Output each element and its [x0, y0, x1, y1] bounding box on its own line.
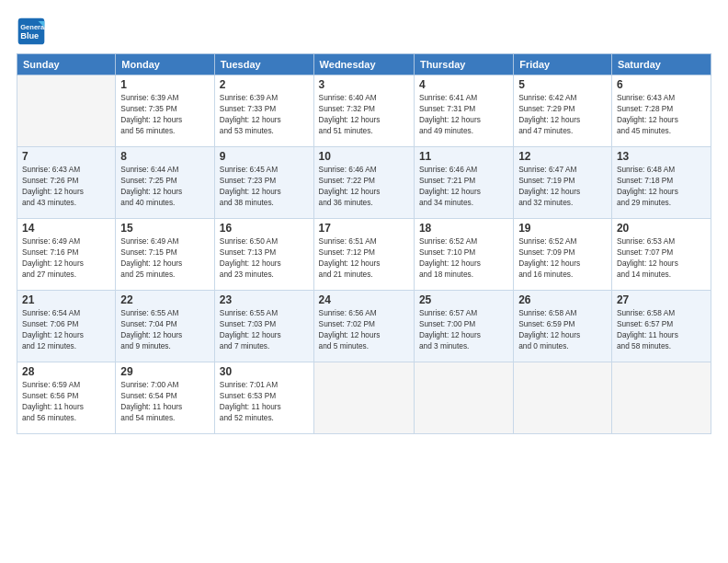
day-number: 21 [22, 293, 110, 306]
calendar-day-cell: 20Sunrise: 6:53 AM Sunset: 7:07 PM Dayli… [611, 219, 711, 291]
day-number: 8 [120, 150, 210, 163]
calendar-day-cell: 25Sunrise: 6:57 AM Sunset: 7:00 PM Dayli… [414, 291, 513, 362]
day-info: Sunrise: 6:46 AM Sunset: 7:22 PM Dayligh… [319, 164, 409, 208]
day-number: 15 [120, 222, 210, 235]
day-info: Sunrise: 6:56 AM Sunset: 7:02 PM Dayligh… [319, 307, 409, 351]
calendar-day-cell: 23Sunrise: 6:55 AM Sunset: 7:03 PM Dayli… [214, 291, 313, 362]
calendar-day-cell: 7Sunrise: 6:43 AM Sunset: 7:26 PM Daylig… [17, 147, 116, 219]
day-number: 9 [220, 150, 309, 163]
day-number: 19 [518, 222, 607, 235]
calendar-day-cell: 5Sunrise: 6:42 AM Sunset: 7:29 PM Daylig… [514, 75, 612, 147]
day-info: Sunrise: 6:39 AM Sunset: 7:35 PM Dayligh… [120, 92, 210, 136]
day-info: Sunrise: 6:46 AM Sunset: 7:21 PM Dayligh… [419, 164, 508, 208]
calendar-day-cell [313, 362, 414, 434]
svg-text:Blue: Blue [20, 31, 39, 40]
calendar-day-cell: 16Sunrise: 6:50 AM Sunset: 7:13 PM Dayli… [214, 219, 313, 291]
day-info: Sunrise: 6:58 AM Sunset: 6:57 PM Dayligh… [617, 307, 706, 351]
calendar-day-cell [17, 75, 116, 147]
day-number: 24 [319, 293, 409, 306]
day-info: Sunrise: 6:51 AM Sunset: 7:12 PM Dayligh… [319, 236, 409, 280]
weekday-header-thursday: Thursday [414, 54, 513, 75]
day-info: Sunrise: 6:52 AM Sunset: 7:10 PM Dayligh… [419, 236, 508, 280]
calendar-day-cell: 17Sunrise: 6:51 AM Sunset: 7:12 PM Dayli… [313, 219, 414, 291]
day-info: Sunrise: 6:42 AM Sunset: 7:29 PM Dayligh… [518, 92, 607, 136]
weekday-header-monday: Monday [116, 54, 215, 75]
day-number: 26 [518, 293, 607, 306]
calendar-day-cell: 24Sunrise: 6:56 AM Sunset: 7:02 PM Dayli… [313, 291, 414, 362]
weekday-header-sunday: Sunday [17, 54, 116, 75]
calendar-day-cell: 26Sunrise: 6:58 AM Sunset: 6:59 PM Dayli… [514, 291, 612, 362]
calendar-week-row: 7Sunrise: 6:43 AM Sunset: 7:26 PM Daylig… [17, 147, 711, 219]
logo: General Blue [17, 17, 46, 46]
day-number: 12 [518, 150, 607, 163]
day-info: Sunrise: 6:45 AM Sunset: 7:23 PM Dayligh… [220, 164, 309, 208]
day-number: 10 [319, 150, 409, 163]
day-number: 11 [419, 150, 508, 163]
day-info: Sunrise: 6:40 AM Sunset: 7:32 PM Dayligh… [319, 92, 409, 136]
day-number: 5 [518, 78, 607, 91]
day-number: 1 [120, 78, 210, 91]
day-number: 13 [617, 150, 706, 163]
calendar-day-cell: 4Sunrise: 6:41 AM Sunset: 7:31 PM Daylig… [414, 75, 513, 147]
day-number: 3 [319, 78, 409, 91]
calendar-day-cell: 18Sunrise: 6:52 AM Sunset: 7:10 PM Dayli… [414, 219, 513, 291]
calendar-day-cell: 14Sunrise: 6:49 AM Sunset: 7:16 PM Dayli… [17, 219, 116, 291]
day-info: Sunrise: 6:49 AM Sunset: 7:15 PM Dayligh… [120, 236, 210, 280]
calendar-day-cell: 15Sunrise: 6:49 AM Sunset: 7:15 PM Dayli… [116, 219, 215, 291]
calendar-day-cell: 28Sunrise: 6:59 AM Sunset: 6:56 PM Dayli… [17, 362, 116, 434]
weekday-header-friday: Friday [514, 54, 612, 75]
day-info: Sunrise: 6:39 AM Sunset: 7:33 PM Dayligh… [220, 92, 309, 136]
day-number: 6 [617, 78, 706, 91]
day-number: 16 [220, 222, 309, 235]
calendar-week-row: 1Sunrise: 6:39 AM Sunset: 7:35 PM Daylig… [17, 75, 711, 147]
day-info: Sunrise: 6:50 AM Sunset: 7:13 PM Dayligh… [220, 236, 309, 280]
day-number: 28 [22, 365, 110, 378]
calendar-day-cell: 19Sunrise: 6:52 AM Sunset: 7:09 PM Dayli… [514, 219, 612, 291]
calendar-day-cell [514, 362, 612, 434]
weekday-header-saturday: Saturday [611, 54, 711, 75]
day-info: Sunrise: 7:01 AM Sunset: 6:53 PM Dayligh… [220, 379, 309, 423]
day-info: Sunrise: 6:58 AM Sunset: 6:59 PM Dayligh… [518, 307, 607, 351]
day-number: 20 [617, 222, 706, 235]
logo-icon: General Blue [17, 17, 46, 46]
day-info: Sunrise: 6:41 AM Sunset: 7:31 PM Dayligh… [419, 92, 508, 136]
calendar-week-row: 21Sunrise: 6:54 AM Sunset: 7:06 PM Dayli… [17, 291, 711, 362]
weekday-header-row: SundayMondayTuesdayWednesdayThursdayFrid… [17, 54, 711, 75]
day-info: Sunrise: 6:52 AM Sunset: 7:09 PM Dayligh… [518, 236, 607, 280]
weekday-header-tuesday: Tuesday [214, 54, 313, 75]
day-number: 18 [419, 222, 508, 235]
calendar-day-cell: 1Sunrise: 6:39 AM Sunset: 7:35 PM Daylig… [116, 75, 215, 147]
page-header: General Blue [17, 17, 711, 46]
calendar-day-cell: 22Sunrise: 6:55 AM Sunset: 7:04 PM Dayli… [116, 291, 215, 362]
day-info: Sunrise: 6:57 AM Sunset: 7:00 PM Dayligh… [419, 307, 508, 351]
day-info: Sunrise: 6:43 AM Sunset: 7:26 PM Dayligh… [22, 164, 110, 208]
day-info: Sunrise: 6:54 AM Sunset: 7:06 PM Dayligh… [22, 307, 110, 351]
weekday-header-wednesday: Wednesday [313, 54, 414, 75]
calendar-day-cell: 13Sunrise: 6:48 AM Sunset: 7:18 PM Dayli… [611, 147, 711, 219]
day-info: Sunrise: 6:47 AM Sunset: 7:19 PM Dayligh… [518, 164, 607, 208]
calendar-day-cell: 2Sunrise: 6:39 AM Sunset: 7:33 PM Daylig… [214, 75, 313, 147]
calendar-day-cell: 6Sunrise: 6:43 AM Sunset: 7:28 PM Daylig… [611, 75, 711, 147]
day-info: Sunrise: 6:55 AM Sunset: 7:03 PM Dayligh… [220, 307, 309, 351]
day-number: 27 [617, 293, 706, 306]
day-number: 29 [120, 365, 210, 378]
calendar-day-cell: 9Sunrise: 6:45 AM Sunset: 7:23 PM Daylig… [214, 147, 313, 219]
calendar-day-cell: 29Sunrise: 7:00 AM Sunset: 6:54 PM Dayli… [116, 362, 215, 434]
day-info: Sunrise: 6:49 AM Sunset: 7:16 PM Dayligh… [22, 236, 110, 280]
calendar-day-cell [414, 362, 513, 434]
calendar-day-cell: 3Sunrise: 6:40 AM Sunset: 7:32 PM Daylig… [313, 75, 414, 147]
day-number: 17 [319, 222, 409, 235]
day-info: Sunrise: 6:59 AM Sunset: 6:56 PM Dayligh… [22, 379, 110, 423]
day-number: 14 [22, 222, 110, 235]
calendar-day-cell [611, 362, 711, 434]
calendar-table: SundayMondayTuesdayWednesdayThursdayFrid… [17, 53, 711, 434]
day-number: 7 [22, 150, 110, 163]
calendar-day-cell: 30Sunrise: 7:01 AM Sunset: 6:53 PM Dayli… [214, 362, 313, 434]
day-info: Sunrise: 6:48 AM Sunset: 7:18 PM Dayligh… [617, 164, 706, 208]
calendar-day-cell: 11Sunrise: 6:46 AM Sunset: 7:21 PM Dayli… [414, 147, 513, 219]
day-number: 2 [220, 78, 309, 91]
day-info: Sunrise: 6:43 AM Sunset: 7:28 PM Dayligh… [617, 92, 706, 136]
calendar-day-cell: 27Sunrise: 6:58 AM Sunset: 6:57 PM Dayli… [611, 291, 711, 362]
calendar-page: General Blue SundayMondayTuesdayWednesda… [0, 0, 728, 563]
day-number: 25 [419, 293, 508, 306]
